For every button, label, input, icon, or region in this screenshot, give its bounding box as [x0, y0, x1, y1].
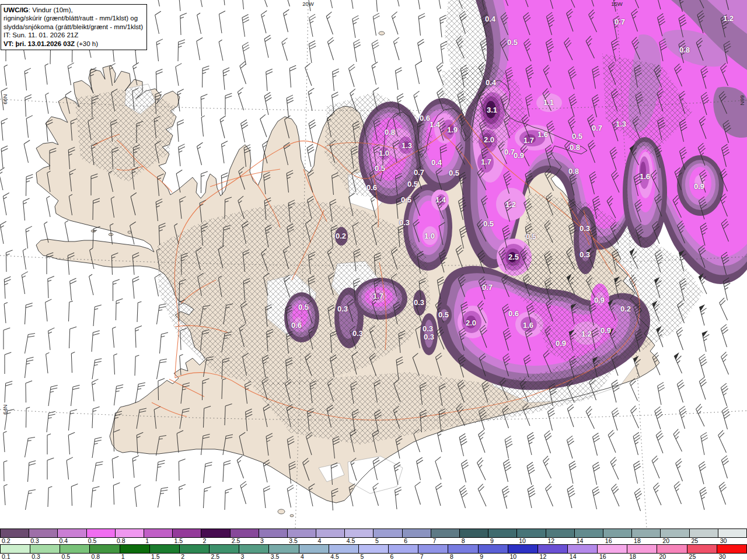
scale-tick-label: 0.8 — [117, 537, 125, 544]
sleet-scale-segment — [632, 529, 661, 537]
rain-scale-segment — [210, 545, 239, 553]
precip-contour — [640, 162, 646, 179]
sleet-scale-segment — [460, 529, 488, 537]
sleet-scale-segment — [29, 529, 58, 537]
scale-tick-label: 3 — [241, 553, 245, 560]
scale-tick-label: 0.2 — [2, 537, 11, 544]
rain-scale-segment — [657, 545, 687, 553]
scale-tick-label: 9 — [480, 553, 483, 560]
sleet-scale-segment — [116, 529, 144, 537]
precip-contour — [424, 320, 434, 348]
rain-scale-segment — [568, 545, 598, 553]
rain-scale-segment — [180, 545, 210, 553]
title-line-3: slydda/snjókoma (grátt/bleikt/grænt - mm… — [4, 23, 143, 31]
rain-scale-segment — [687, 545, 717, 553]
precip-contour — [440, 309, 448, 321]
rain-scale — [0, 544, 747, 554]
rain-scale-segment — [479, 545, 508, 553]
precip-contour — [536, 93, 562, 112]
scale-tick-label: 14 — [577, 537, 584, 544]
sleet-scale-segment — [431, 529, 460, 537]
sleet-scale-segment — [575, 529, 603, 537]
precip-contour — [524, 134, 536, 144]
scale-tick-label: 2 — [203, 537, 207, 544]
sleet-scale-segment — [316, 529, 345, 537]
scale-tick-label: 4.5 — [330, 553, 339, 560]
scale-tick-label: 3.5 — [271, 553, 280, 560]
scale-tick-label: 4 — [318, 537, 322, 544]
title-line-1: UWC/IG: Vindur (10m), — [4, 6, 143, 14]
title-line-2: rigning/skúrir (grænt/blátt/rautt - mm/1… — [4, 14, 143, 22]
sleet-scale-segment — [345, 529, 374, 537]
scale-tick-label: 1 — [121, 553, 125, 560]
scale-tick-label: 0.8 — [92, 553, 100, 560]
rain-scale-segment — [598, 545, 627, 553]
scale-tick-label: 3 — [260, 537, 264, 544]
rain-scale-segment — [418, 545, 448, 553]
rain-scale-segment — [0, 545, 30, 553]
scale-tick-label: 0.5 — [88, 537, 97, 544]
rain-scale-segment — [508, 545, 538, 553]
scale-tick-label: 10 — [519, 537, 526, 544]
sleet-scale-segment — [231, 529, 259, 537]
rain-scale-segment — [90, 545, 120, 553]
sleet-scale-segment — [517, 529, 546, 537]
model-name: UWC/IG — [4, 6, 29, 13]
scale-tick-label: 5 — [360, 553, 364, 560]
sleet-scale-segment — [173, 529, 201, 537]
title-box: UWC/IG: Vindur (10m), rigning/skúrir (gr… — [1, 4, 147, 50]
weather-map: 0.40.71.20.50.80.41.13.10.61.41.90.81.30… — [0, 0, 747, 528]
scale-tick-label: 0.3 — [32, 553, 40, 560]
scale-tick-label: 20 — [659, 553, 666, 560]
scale-tick-label: 4 — [301, 553, 304, 560]
scale-tick-label: 5 — [375, 537, 379, 544]
scale-tick-label: 9 — [490, 537, 494, 544]
rain-scale-segment — [448, 545, 478, 553]
scale-tick-label: 8 — [450, 553, 453, 560]
rain-scale-segment — [60, 545, 90, 553]
init-time: IT: Sun. 11. 01. 2026 21Z — [4, 31, 143, 39]
rain-scale-segment — [329, 545, 359, 553]
sleet-scale-segment — [403, 529, 431, 537]
sleet-snow-scale-labels: 0.20.30.40.50.811.522.533.544.5567891012… — [0, 538, 747, 544]
sleet-scale-segment — [201, 529, 230, 537]
legend-scales: 0.20.30.40.50.811.522.533.544.5567891012… — [0, 528, 747, 559]
island — [128, 231, 131, 233]
scale-tick-label: 3.5 — [289, 537, 298, 544]
scale-tick-label: 25 — [689, 553, 696, 560]
island — [278, 509, 285, 514]
rain-scale-segment — [538, 545, 568, 553]
precip-contour — [694, 175, 705, 189]
rain-scale-segment — [30, 545, 60, 553]
scale-tick-label: 2 — [181, 553, 184, 560]
island — [290, 514, 294, 517]
scale-tick-label: 6 — [404, 537, 407, 544]
scale-tick-label: 20 — [662, 537, 669, 544]
map-canvas — [0, 0, 747, 528]
rain-scale-segment — [627, 545, 657, 553]
island — [379, 32, 385, 35]
scale-tick-label: 4.5 — [347, 537, 355, 544]
sleet-scale-segment — [58, 529, 86, 537]
scale-tick-label: 10 — [509, 553, 516, 560]
rain-scale-segment — [120, 545, 150, 553]
scale-tick-label: 1.5 — [151, 553, 160, 560]
scale-tick-label: 12 — [547, 537, 554, 544]
sleet-scale-segment — [259, 529, 288, 537]
scale-tick-label: 18 — [629, 553, 636, 560]
scale-tick-label: 14 — [570, 553, 577, 560]
scale-tick-label: 7 — [432, 537, 436, 544]
scale-tick-label: 8 — [462, 537, 465, 544]
sleet-scale-segment — [144, 529, 173, 537]
sleet-scale-segment — [374, 529, 402, 537]
scale-tick-label: 16 — [605, 537, 612, 544]
rain-scale-segment — [299, 545, 329, 553]
scale-tick-label: 12 — [540, 553, 547, 560]
sleet-scale-segment — [718, 529, 747, 537]
scale-tick-label: 0.4 — [59, 537, 68, 544]
precip-contour — [477, 152, 494, 173]
precip-contour — [466, 316, 476, 328]
scale-tick-label: 30 — [719, 553, 726, 560]
sleet-scale-segment — [87, 529, 116, 537]
sleet-scale-segment — [288, 529, 316, 537]
